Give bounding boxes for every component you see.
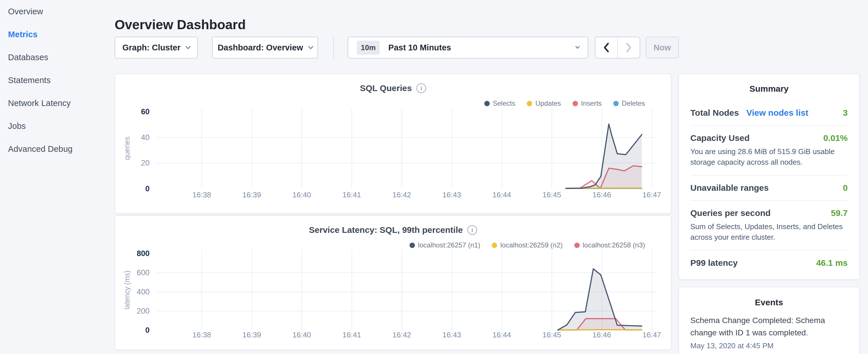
svg-text:400: 400	[137, 288, 150, 296]
chevron-right-icon	[626, 42, 632, 53]
summary-title: Summary	[690, 84, 848, 94]
chevron-down-icon	[308, 44, 313, 49]
summary-row-label: Total Nodes	[690, 108, 739, 118]
summary-row-subtext: You are using 28.6 MiB of 515.9 GiB usab…	[690, 147, 848, 167]
event-list-item[interactable]: Schema Change Completed: Schema change w…	[690, 314, 848, 350]
svg-text:16:44: 16:44	[493, 330, 511, 339]
service-latency-chart: 16:3816:3916:4016:4116:4216:4316:4416:45…	[115, 216, 672, 351]
sql-queries-chart: 16:3816:3916:4016:4116:4216:4316:4416:45…	[115, 74, 672, 214]
svg-text:800: 800	[137, 249, 150, 258]
svg-text:queries: queries	[123, 137, 131, 160]
svg-text:16:46: 16:46	[593, 330, 611, 339]
summary-row-unavailable-ranges: Unavailable ranges 0	[690, 175, 848, 201]
events-title: Events	[690, 297, 848, 307]
graph-source-dropdown-label: Graph: Cluster	[122, 43, 181, 53]
svg-text:0: 0	[145, 185, 150, 193]
view-nodes-list-link[interactable]: View nodes list	[746, 108, 808, 118]
svg-text:16:39: 16:39	[242, 190, 261, 199]
page-title: Overview Dashboard	[115, 17, 246, 32]
svg-text:16:46: 16:46	[593, 190, 611, 199]
chevron-down-icon	[576, 44, 580, 49]
svg-text:16:39: 16:39	[242, 330, 261, 339]
summary-row-value: 3	[843, 108, 848, 118]
svg-text:16:43: 16:43	[442, 190, 461, 199]
sidebar-item-overview[interactable]: Overview	[0, 0, 115, 23]
summary-row-value: 0.01%	[823, 133, 848, 143]
summary-row-value: 0	[843, 183, 848, 193]
summary-row-label: Capacity Used	[690, 133, 750, 143]
summary-row-total-nodes: Total Nodes View nodes list 3	[690, 100, 848, 126]
controls-divider	[333, 37, 334, 58]
svg-text:16:45: 16:45	[542, 330, 561, 339]
time-step-forward-button[interactable]	[618, 37, 640, 58]
svg-text:600: 600	[137, 268, 150, 277]
svg-text:0: 0	[145, 326, 150, 334]
time-step-back-button[interactable]	[595, 37, 618, 58]
svg-text:16:42: 16:42	[393, 330, 411, 339]
svg-text:20: 20	[141, 159, 150, 167]
svg-text:16:38: 16:38	[192, 330, 211, 339]
svg-text:40: 40	[141, 133, 150, 142]
event-text: Schema Change Completed: Schema change w…	[690, 314, 848, 339]
sidebar-item-advanced-debug[interactable]: Advanced Debug	[0, 137, 115, 160]
sidebar-item-metrics[interactable]: Metrics	[0, 23, 115, 46]
event-timestamp: May 13, 2020 at 4:45 PM	[690, 342, 848, 350]
summary-panel: Summary Total Nodes View nodes list 3 Ca…	[678, 74, 860, 280]
svg-text:16:40: 16:40	[292, 190, 311, 199]
summary-row-subtext: Sum of Selects, Updates, Inserts, and De…	[690, 221, 848, 243]
summary-row-label: P99 latency	[690, 258, 738, 268]
svg-text:16:47: 16:47	[643, 330, 661, 339]
svg-text:60: 60	[141, 107, 150, 116]
summary-row-value: 46.1 ms	[816, 258, 848, 268]
graph-source-dropdown[interactable]: Graph: Cluster	[115, 37, 198, 58]
svg-text:16:40: 16:40	[292, 330, 311, 339]
svg-text:16:38: 16:38	[192, 190, 211, 199]
summary-row-label: Unavailable ranges	[690, 183, 769, 193]
dashboard-dropdown[interactable]: Dashboard: Overview	[212, 37, 318, 58]
events-panel: Events Schema Change Completed: Schema c…	[678, 287, 860, 354]
svg-text:16:45: 16:45	[542, 190, 561, 199]
svg-text:16:41: 16:41	[342, 190, 361, 199]
svg-text:200: 200	[137, 307, 150, 315]
service-latency-chart-card: Service Latency: SQL, 99th percentile i …	[115, 215, 672, 350]
summary-row-value: 59.7	[831, 208, 848, 218]
svg-text:16:43: 16:43	[442, 330, 461, 339]
dashboard-dropdown-label: Dashboard: Overview	[217, 43, 303, 53]
svg-text:16:42: 16:42	[393, 190, 411, 199]
summary-row-queries-per-second: Queries per second 59.7 Sum of Selects, …	[690, 201, 848, 251]
chevron-down-icon	[185, 44, 191, 49]
chevron-left-icon	[603, 42, 610, 53]
svg-text:latency (ms): latency (ms)	[123, 270, 131, 309]
time-step-buttons	[595, 37, 640, 58]
svg-text:16:41: 16:41	[342, 330, 361, 339]
now-button[interactable]: Now	[646, 37, 679, 58]
summary-row-capacity-used: Capacity Used 0.01% You are using 28.6 M…	[690, 126, 848, 175]
sidebar-item-network-latency[interactable]: Network Latency	[0, 92, 115, 115]
time-range-label: Past 10 Minutes	[388, 43, 576, 53]
sidebar-item-databases[interactable]: Databases	[0, 46, 115, 69]
time-range-badge: 10m	[357, 41, 380, 55]
sidebar: Overview Metrics Databases Statements Ne…	[0, 0, 115, 160]
summary-row-p99-latency: P99 latency 46.1 ms	[690, 251, 848, 275]
sidebar-item-statements[interactable]: Statements	[0, 69, 115, 92]
svg-text:16:47: 16:47	[643, 190, 661, 199]
sidebar-item-jobs[interactable]: Jobs	[0, 115, 115, 137]
svg-text:16:44: 16:44	[493, 190, 511, 199]
summary-row-label: Queries per second	[690, 208, 771, 218]
time-range-picker[interactable]: 10m Past 10 Minutes	[348, 37, 588, 58]
sql-queries-chart-card: SQL Queries i SelectsUpdatesInsertsDelet…	[115, 74, 672, 214]
